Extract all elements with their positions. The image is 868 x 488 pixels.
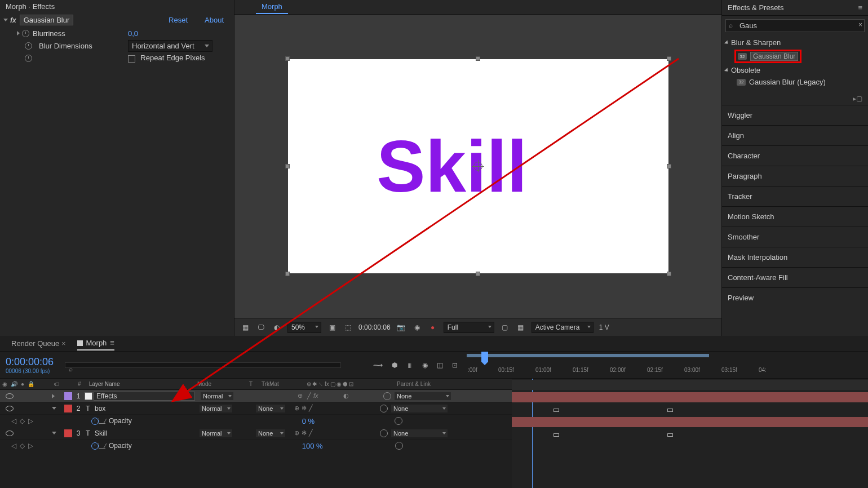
parent-dropdown[interactable]: None bbox=[391, 429, 448, 437]
visibility-toggle[interactable] bbox=[6, 393, 14, 399]
transparency-icon[interactable]: ⬚ bbox=[343, 322, 353, 332]
render-queue-tab[interactable]: Render Queue × bbox=[11, 337, 66, 350]
blend-mode-dropdown[interactable]: Normal bbox=[201, 392, 233, 400]
keyframe-icon[interactable] bbox=[667, 433, 673, 437]
playhead[interactable] bbox=[481, 352, 488, 362]
timeline-ruler[interactable]: :00f 00:15f 01:00f 01:15f 02:00f 02:15f … bbox=[464, 352, 868, 378]
content-aware-fill-section[interactable]: Content-Aware Fill bbox=[722, 267, 868, 287]
resize-handle[interactable] bbox=[667, 164, 671, 168]
parent-pickwhip-icon[interactable] bbox=[383, 392, 391, 400]
layer-row-box[interactable]: 2 T box Normal None ⊕✻╱ None bbox=[0, 402, 512, 415]
prev-key-icon[interactable]: ◁ bbox=[11, 442, 16, 450]
layer-twirl-icon[interactable] bbox=[52, 407, 56, 410]
add-key-icon[interactable]: ◇ bbox=[20, 442, 25, 450]
timeline-tracks-area[interactable] bbox=[512, 379, 868, 488]
layer-name[interactable]: Skill bbox=[92, 429, 194, 437]
composition-canvas[interactable]: Skill bbox=[288, 59, 668, 273]
blend-mode-dropdown[interactable]: Normal bbox=[200, 405, 232, 412]
3d-icon[interactable]: ⬢ bbox=[392, 361, 397, 369]
layer-bar[interactable] bbox=[512, 380, 868, 390]
mask-interpolation-section[interactable]: Mask Interpolation bbox=[722, 247, 868, 267]
resize-handle[interactable] bbox=[285, 164, 290, 168]
layer-name[interactable]: box bbox=[92, 405, 194, 412]
preview-section[interactable]: Preview bbox=[722, 287, 868, 308]
layer-bar[interactable] bbox=[512, 392, 868, 402]
keyframe-icon[interactable] bbox=[553, 433, 559, 437]
anchor-point-icon[interactable] bbox=[473, 162, 482, 171]
about-link[interactable]: About bbox=[205, 16, 224, 24]
gaussian-blur-legacy-item[interactable]: 32 Gaussian Blur (Legacy) bbox=[724, 76, 866, 88]
next-key-icon[interactable]: ▷ bbox=[28, 442, 33, 450]
paragraph-section[interactable]: Paragraph bbox=[722, 166, 868, 186]
viewer-area[interactable]: Skill bbox=[234, 15, 721, 318]
parent-dropdown[interactable]: None bbox=[395, 392, 451, 400]
resize-handle[interactable] bbox=[667, 56, 671, 61]
opacity-value[interactable]: 0 % bbox=[302, 417, 315, 425]
resize-handle[interactable] bbox=[285, 56, 290, 61]
opacity-property-row[interactable]: ◁◇▷ Opacity 0 % bbox=[0, 415, 512, 427]
tracker-section[interactable]: Tracker bbox=[722, 186, 868, 206]
brain-icon[interactable]: ⊡ bbox=[452, 361, 458, 369]
layer-bar[interactable] bbox=[512, 417, 868, 427]
composition-tab[interactable]: Morph bbox=[256, 0, 288, 14]
camera-dropdown[interactable]: Active Camera bbox=[532, 322, 594, 333]
graph-icon[interactable] bbox=[99, 418, 105, 424]
dimensions-dropdown[interactable]: Horizontal and Vert bbox=[128, 40, 212, 52]
resolution-dropdown[interactable]: Full bbox=[444, 322, 494, 333]
mask-icon[interactable]: ◐ bbox=[272, 322, 282, 332]
parent-pickwhip-icon[interactable] bbox=[380, 405, 388, 412]
opacity-property-row[interactable]: ◁◇▷ Opacity 100 % bbox=[0, 440, 512, 452]
stopwatch-icon[interactable] bbox=[91, 442, 99, 450]
stopwatch-icon[interactable] bbox=[25, 42, 32, 50]
prev-key-icon[interactable]: ◁ bbox=[11, 417, 16, 425]
trkmat-dropdown[interactable]: None bbox=[256, 405, 285, 412]
stopwatch-icon[interactable] bbox=[22, 30, 29, 37]
visibility-toggle[interactable] bbox=[6, 431, 14, 436]
expression-pickwhip-icon[interactable] bbox=[395, 442, 403, 450]
wiggler-section[interactable]: Wiggler bbox=[722, 105, 868, 125]
zoom-dropdown[interactable]: 50% bbox=[287, 322, 321, 333]
keyframe-icon[interactable] bbox=[553, 409, 559, 412]
graph-icon[interactable] bbox=[99, 443, 105, 449]
layer-color-label[interactable] bbox=[64, 405, 72, 412]
gaussian-blur-item[interactable]: Gaussian Blur bbox=[750, 52, 798, 61]
grid2-icon[interactable]: ▦ bbox=[516, 322, 526, 332]
color-mgmt-icon[interactable]: ● bbox=[428, 322, 438, 332]
channel-icon[interactable]: ◉ bbox=[412, 322, 422, 332]
layer-twirl-icon[interactable] bbox=[52, 432, 56, 434]
reset-link[interactable]: Reset bbox=[169, 16, 188, 24]
layer-color-label[interactable] bbox=[64, 429, 72, 437]
resize-handle[interactable] bbox=[476, 56, 480, 61]
blurriness-value[interactable]: 0,0 bbox=[128, 29, 138, 38]
layer-twirl-icon[interactable] bbox=[52, 394, 55, 398]
effect-twirl-icon[interactable] bbox=[3, 19, 8, 21]
expression-pickwhip-icon[interactable] bbox=[395, 417, 402, 425]
monitor-icon[interactable]: 🖵 bbox=[256, 322, 266, 332]
smoother-section[interactable]: Smoother bbox=[722, 227, 868, 247]
composition-timeline-tab[interactable]: Morph≡ bbox=[77, 336, 114, 351]
resize-handle[interactable] bbox=[667, 272, 671, 276]
search-clear-icon[interactable]: × bbox=[858, 21, 862, 29]
stopwatch-icon[interactable] bbox=[91, 418, 99, 425]
shy-icon[interactable]: ⟿ bbox=[373, 361, 383, 369]
views-dropdown[interactable]: 1 V bbox=[599, 323, 609, 331]
visibility-toggle[interactable] bbox=[6, 406, 14, 411]
work-area-bar[interactable] bbox=[467, 354, 709, 357]
current-time[interactable]: 0:00:00:06 bbox=[358, 323, 391, 331]
timeline-search-input[interactable]: ⌕ bbox=[65, 362, 341, 368]
effects-search-input[interactable] bbox=[725, 19, 865, 32]
layer-color-label[interactable] bbox=[64, 392, 72, 400]
blend-mode-dropdown[interactable]: Normal bbox=[200, 429, 232, 437]
region-icon[interactable]: ▣ bbox=[327, 322, 337, 332]
keyframe-icon[interactable] bbox=[667, 409, 673, 412]
frame-blend-icon[interactable]: ⫼ bbox=[406, 361, 413, 369]
next-key-icon[interactable]: ▷ bbox=[28, 417, 33, 425]
fx-icon[interactable]: fx bbox=[10, 16, 16, 24]
layer-name-header[interactable]: Layer Name bbox=[87, 381, 195, 387]
category-blur-sharpen[interactable]: Blur & Sharpen bbox=[724, 37, 866, 48]
prop-twirl-icon[interactable] bbox=[17, 31, 20, 36]
parent-dropdown[interactable]: None bbox=[391, 405, 448, 412]
trkmat-dropdown[interactable]: None bbox=[256, 429, 285, 437]
snapshot-icon[interactable]: 📷 bbox=[396, 322, 406, 332]
stopwatch-icon[interactable] bbox=[25, 55, 32, 62]
